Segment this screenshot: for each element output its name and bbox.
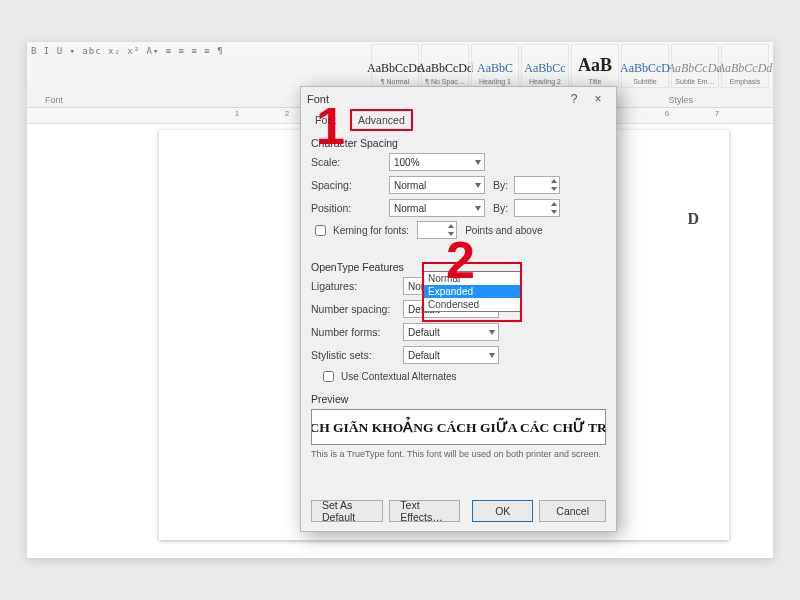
dialog-title: Font bbox=[307, 93, 562, 105]
tab-font[interactable]: Font bbox=[309, 111, 342, 129]
style-heading-1[interactable]: AaBbCHeading 1 bbox=[471, 44, 519, 88]
kerning-suffix: Points and above bbox=[465, 225, 542, 236]
style-subtle-emphasis[interactable]: AaBbCcDdSubtle Em… bbox=[671, 44, 719, 88]
position-combo[interactable]: Normal bbox=[389, 199, 485, 217]
position-label: Position: bbox=[311, 202, 389, 214]
spacing-label: Spacing: bbox=[311, 179, 389, 191]
styles-gallery[interactable]: AaBbCcDd¶ Normal AaBbCcDd¶ No Spac… AaBb… bbox=[371, 44, 769, 88]
kerning-points-spinner[interactable] bbox=[417, 221, 457, 239]
style-title[interactable]: AaBTitle bbox=[571, 44, 619, 88]
ribbon-styles-group-label: Styles bbox=[668, 95, 693, 105]
dialog-tabs: Font Advanced bbox=[301, 111, 616, 129]
dialog-titlebar: Font ? × bbox=[301, 87, 616, 111]
stylistic-sets-label: Stylistic sets: bbox=[311, 349, 403, 361]
stylistic-sets-combo[interactable]: Default bbox=[403, 346, 499, 364]
help-button[interactable]: ? bbox=[562, 92, 586, 106]
ok-button[interactable]: OK bbox=[472, 500, 533, 522]
scale-combo[interactable]: 100% bbox=[389, 153, 485, 171]
spacing-dropdown-list[interactable]: Normal Expanded Condensed bbox=[423, 271, 521, 312]
spacing-combo[interactable]: Normal bbox=[389, 176, 485, 194]
preview-hint: This is a TrueType font. This font will … bbox=[311, 449, 606, 459]
kerning-checkbox[interactable] bbox=[315, 225, 326, 236]
style-no-spacing[interactable]: AaBbCcDd¶ No Spac… bbox=[421, 44, 469, 88]
preview-box: CÁCH GIÃN KHOẢNG CÁCH GIỮA CÁC CHỮ TRON bbox=[311, 409, 606, 445]
number-spacing-label: Number spacing: bbox=[311, 303, 403, 315]
close-button[interactable]: × bbox=[586, 92, 610, 106]
number-forms-label: Number forms: bbox=[311, 326, 403, 338]
style-subtitle[interactable]: AaBbCcDSubtitle bbox=[621, 44, 669, 88]
section-character-spacing: Character Spacing bbox=[311, 137, 606, 149]
dialog-button-row: Set As Default Text Effects… OK Cancel bbox=[301, 491, 616, 531]
spacing-option-normal[interactable]: Normal bbox=[424, 272, 520, 285]
text-effects-button[interactable]: Text Effects… bbox=[389, 500, 460, 522]
font-dialog: Font ? × Font Advanced Character Spacing… bbox=[300, 86, 617, 532]
position-by-spinner[interactable] bbox=[514, 199, 560, 217]
doc-text-fragment: D bbox=[687, 210, 699, 228]
number-forms-combo[interactable]: Default bbox=[403, 323, 499, 341]
scale-label: Scale: bbox=[311, 156, 389, 168]
spacing-by-label: By: bbox=[493, 179, 508, 191]
cancel-button[interactable]: Cancel bbox=[539, 500, 606, 522]
spacing-by-spinner[interactable] bbox=[514, 176, 560, 194]
ribbon-font-group-label: Font bbox=[45, 95, 63, 105]
set-default-button[interactable]: Set As Default bbox=[311, 500, 383, 522]
section-preview: Preview bbox=[311, 393, 606, 405]
ribbon-toolbar-icons: B I U ▾ abc x₂ x² A▾ ≡ ≡ ≡ ≡ ¶ bbox=[31, 46, 401, 82]
style-normal[interactable]: AaBbCcDd¶ Normal bbox=[371, 44, 419, 88]
style-emphasis[interactable]: AaBbCcDdEmphasis bbox=[721, 44, 769, 88]
position-by-label: By: bbox=[493, 202, 508, 214]
contextual-alt-checkbox[interactable] bbox=[323, 371, 334, 382]
style-heading-2[interactable]: AaBbCcHeading 2 bbox=[521, 44, 569, 88]
kerning-label: Kerning for fonts: bbox=[333, 225, 409, 236]
spacing-option-condensed[interactable]: Condensed bbox=[424, 298, 520, 311]
ligatures-label: Ligatures: bbox=[311, 280, 403, 292]
tab-advanced[interactable]: Advanced bbox=[352, 111, 411, 129]
contextual-alt-label: Use Contextual Alternates bbox=[341, 371, 457, 382]
spacing-option-expanded[interactable]: Expanded bbox=[424, 285, 520, 298]
